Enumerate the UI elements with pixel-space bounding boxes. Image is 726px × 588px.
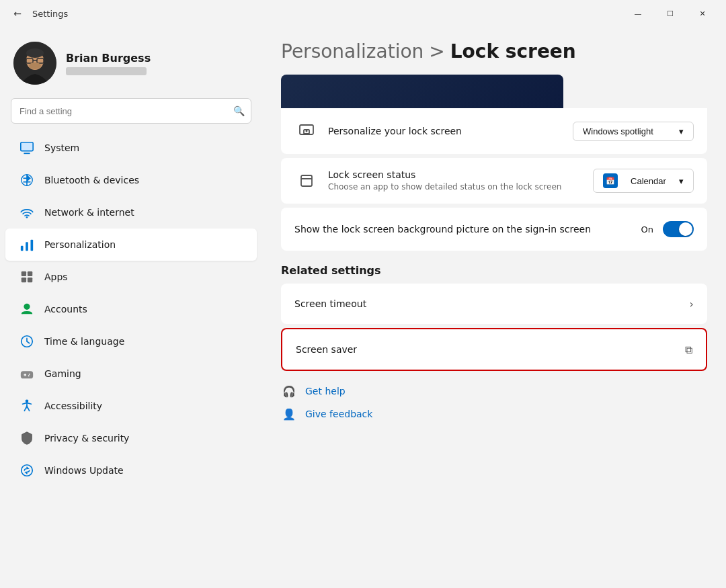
profile-section: Brian Burgess — [0, 34, 262, 98]
minimize-button[interactable]: — — [622, 3, 653, 24]
svg-point-18 — [24, 304, 30, 310]
sidebar-item-update[interactable]: Windows Update — [5, 454, 257, 487]
sidebar-item-label: Personalization — [44, 239, 116, 250]
svg-rect-8 — [24, 153, 30, 154]
window-controls: — ☐ ✕ — [622, 3, 718, 24]
screen-timeout-row[interactable]: Screen timeout › — [281, 284, 707, 324]
app-body: Brian Burgess 🔍 System Bluetooth & devic… — [0, 27, 726, 588]
accessibility-icon — [19, 398, 35, 414]
sidebar-item-time[interactable]: Time & language — [5, 325, 257, 358]
nav-list: System Bluetooth & devices Network & int… — [0, 132, 262, 487]
calendar-icon: 📅 — [603, 173, 618, 188]
sidebar-item-personalization[interactable]: Personalization — [5, 228, 257, 261]
lock-status-text: Lock screen status Choose an app to show… — [328, 169, 593, 193]
svg-rect-20 — [21, 371, 33, 378]
give-feedback-link[interactable]: 👤 Give feedback — [281, 406, 707, 422]
svg-point-29 — [306, 130, 308, 132]
show-bg-toggle[interactable] — [663, 221, 694, 237]
external-link-icon: ⧉ — [685, 343, 692, 356]
lockscreen-dropdown-control: Windows spotlight ▾ — [573, 122, 694, 141]
page-title: Lock screen — [450, 40, 576, 62]
sidebar-item-apps[interactable]: Apps — [5, 261, 257, 293]
chevron-down-icon: ▾ — [679, 126, 684, 136]
svg-rect-30 — [301, 175, 312, 186]
sidebar-item-label: Time & language — [44, 336, 124, 347]
profile-name: Brian Burgess — [66, 52, 151, 65]
sidebar-item-label: Accounts — [44, 304, 87, 314]
lockscreen-preview — [281, 75, 563, 108]
time-icon — [19, 333, 35, 349]
toggle-knob — [679, 222, 692, 236]
svg-rect-16 — [22, 278, 26, 282]
sidebar-item-accessibility[interactable]: Accessibility — [5, 390, 257, 422]
lock-status-dropdown[interactable]: 📅 Calendar ▾ — [593, 169, 694, 193]
get-help-link[interactable]: 🎧 Get help — [281, 383, 707, 399]
system-icon — [19, 140, 35, 156]
personalize-lockscreen-text: Personalize your lock screen — [328, 126, 573, 136]
svg-rect-11 — [21, 246, 24, 251]
chevron-right-icon: › — [690, 298, 694, 310]
sidebar: Brian Burgess 🔍 System Bluetooth & devic… — [0, 27, 262, 588]
gaming-icon — [19, 366, 35, 382]
svg-rect-15 — [28, 271, 32, 276]
breadcrumb-separator: > — [429, 40, 444, 62]
network-icon — [19, 204, 35, 220]
sidebar-item-label: Privacy & security — [44, 433, 129, 444]
related-settings-label: Related settings — [281, 264, 707, 277]
show-bg-control: On — [641, 221, 694, 237]
breadcrumb-parent[interactable]: Personalization — [281, 40, 424, 62]
avatar — [13, 42, 56, 85]
headset-icon: 🎧 — [281, 383, 297, 399]
lock-status-icon — [294, 169, 319, 193]
search-input[interactable] — [11, 98, 251, 124]
settings-card-signin-bg: Show the lock screen background picture … — [281, 208, 707, 251]
search-icon: 🔍 — [233, 106, 245, 116]
titlebar: ← Settings — ☐ ✕ — [0, 0, 726, 27]
svg-point-26 — [22, 465, 33, 476]
svg-point-25 — [26, 399, 29, 403]
back-button[interactable]: ← — [8, 4, 27, 23]
sidebar-item-label: Accessibility — [44, 401, 102, 411]
sidebar-item-privacy[interactable]: Privacy & security — [5, 422, 257, 454]
sidebar-item-gaming[interactable]: Gaming — [5, 358, 257, 390]
update-icon — [19, 462, 35, 478]
show-bg-text: Show the lock screen background picture … — [294, 224, 641, 235]
apps-icon — [19, 269, 35, 285]
feedback-icon: 👤 — [281, 406, 297, 422]
sidebar-item-label: Windows Update — [44, 465, 124, 476]
related-card-screensaver: Screen saver ⧉ — [281, 328, 707, 371]
svg-rect-17 — [28, 278, 32, 282]
sidebar-item-label: Apps — [44, 271, 68, 282]
maximize-button[interactable]: ☐ — [655, 3, 686, 24]
privacy-icon — [19, 430, 35, 446]
svg-point-23 — [29, 374, 30, 375]
close-button[interactable]: ✕ — [687, 3, 718, 24]
content-area: Personalization > Lock screen Personaliz… — [262, 27, 726, 588]
lockscreen-style-dropdown[interactable]: Windows spotlight ▾ — [573, 122, 694, 141]
lock-status-control: 📅 Calendar ▾ — [593, 169, 694, 193]
sidebar-item-label: Network & internet — [44, 207, 134, 218]
screen-saver-row[interactable]: Screen saver ⧉ — [282, 329, 706, 370]
chevron-down-icon: ▾ — [679, 176, 684, 186]
svg-rect-12 — [26, 242, 28, 251]
sidebar-item-label: Bluetooth & devices — [44, 175, 139, 185]
svg-rect-14 — [22, 271, 26, 276]
help-section: 🎧 Get help 👤 Give feedback — [281, 383, 707, 422]
show-bg-row: Show the lock screen background picture … — [281, 208, 707, 251]
related-card-timeout: Screen timeout › — [281, 284, 707, 324]
personalization-icon — [19, 237, 35, 253]
settings-card-status: Lock screen status Choose an app to show… — [281, 158, 707, 204]
svg-rect-13 — [31, 240, 34, 251]
lock-status-row: Lock screen status Choose an app to show… — [281, 158, 707, 204]
svg-point-24 — [28, 375, 30, 376]
svg-rect-7 — [21, 142, 33, 151]
sidebar-item-system[interactable]: System — [5, 132, 257, 164]
profile-info: Brian Burgess — [66, 52, 151, 75]
sidebar-item-network[interactable]: Network & internet — [5, 196, 257, 228]
sidebar-item-accounts[interactable]: Accounts — [5, 293, 257, 325]
page-header: Personalization > Lock screen — [281, 27, 707, 75]
sidebar-item-bluetooth[interactable]: Bluetooth & devices — [5, 164, 257, 196]
search-box: 🔍 — [11, 98, 251, 124]
sidebar-item-label: System — [44, 142, 79, 153]
accounts-icon — [19, 301, 35, 317]
